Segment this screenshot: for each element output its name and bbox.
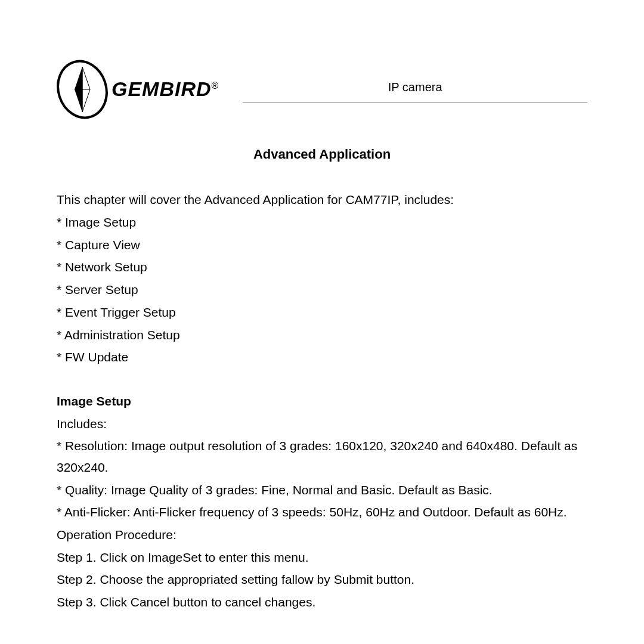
doc-label: IP camera [243,77,587,103]
toc-item: * FW Update [57,346,587,368]
step-item: Step 2. Choose the appropriated setting … [57,569,587,590]
toc-item: * Image Setup [57,212,587,233]
brand-name: GEMBIRD® [112,72,219,107]
step-item: Step 3. Click Cancel button to cancel ch… [57,592,587,613]
toc-item: * Administration Setup [57,324,587,346]
registered-mark: ® [212,80,219,91]
toc-item: * Event Trigger Setup [57,302,587,323]
bullet-item: * Anti-Flicker: Anti-Flicker frequency o… [57,501,587,523]
gembird-orbit-icon [57,60,108,119]
toc-item: * Capture View [57,234,587,256]
section-heading: Image Setup [57,391,587,412]
intro-text: This chapter will cover the Advanced App… [57,189,587,210]
toc-item: * Server Setup [57,279,587,301]
step-item: Step 1. Click on ImageSet to enter this … [57,547,587,568]
toc-item: * Network Setup [57,256,587,278]
bullet-item: * Quality: Image Quality of 3 grades: Fi… [57,479,587,501]
header-row: GEMBIRD® IP camera [57,60,587,119]
includes-label: Includes: [57,413,587,435]
doc-label-wrap: IP camera [243,77,587,103]
page-title: Advanced Application [57,143,587,165]
operation-label: Operation Procedure: [57,524,587,546]
bullet-item: * Resolution: Image output resolution of… [57,435,587,478]
brand-logo: GEMBIRD® [57,60,219,119]
